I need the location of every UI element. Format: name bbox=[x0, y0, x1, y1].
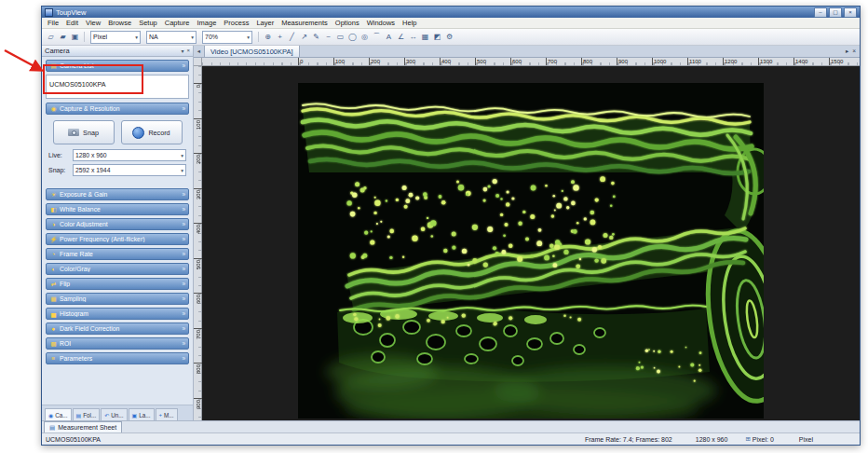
expand-arrow-icon[interactable]: » bbox=[182, 295, 185, 302]
panel-controls: ▾ × bbox=[181, 48, 190, 54]
section-dark-field-correction[interactable]: ● Dark Field Correction » bbox=[46, 323, 189, 335]
snap-resolution-select[interactable]: 2592 x 1944 ▾ bbox=[73, 164, 186, 176]
menu-item[interactable]: Windows bbox=[363, 19, 399, 27]
maximize-button[interactable]: ▢ bbox=[829, 7, 842, 18]
arc-tool-icon[interactable]: ⌒ bbox=[371, 31, 383, 43]
panel-close-icon[interactable]: × bbox=[186, 48, 190, 54]
section-white-balance[interactable]: ◧ White Balance » bbox=[46, 203, 189, 215]
menu-item[interactable]: Edit bbox=[62, 19, 82, 27]
menu-item[interactable]: View bbox=[82, 19, 104, 27]
chevron-down-icon[interactable]: ▾ bbox=[181, 153, 183, 158]
line-tool-icon[interactable]: ╱ bbox=[286, 31, 298, 43]
measurement-sheet-tab[interactable]: ▤ Measurement Sheet bbox=[44, 421, 122, 432]
section-roi[interactable]: ▩ ROI » bbox=[46, 337, 189, 350]
chevron-down-icon[interactable]: ▾ bbox=[247, 34, 250, 40]
side-tab-layer[interactable]: ▣ La... bbox=[129, 408, 155, 420]
save-icon[interactable]: ▣ bbox=[69, 31, 81, 43]
snap-button[interactable]: Snap bbox=[53, 120, 115, 144]
objective-combo[interactable]: NA ▾ bbox=[146, 31, 197, 44]
section-parameters[interactable]: ≡ Parameters » bbox=[46, 352, 189, 364]
window-title: ToupView bbox=[56, 8, 86, 17]
expand-arrow-icon[interactable]: » bbox=[182, 340, 185, 347]
side-tab-undo[interactable]: ↶ Un... bbox=[101, 408, 127, 420]
menu-item[interactable]: Options bbox=[332, 19, 363, 27]
section-label: ROI bbox=[60, 340, 182, 347]
pen-tool-icon[interactable]: ✎ bbox=[310, 31, 322, 43]
camera-list-box[interactable]: UCMOS05100KPA bbox=[46, 75, 189, 99]
side-tab-camera[interactable]: ◉ Ca... bbox=[45, 408, 72, 420]
panel-menu-icon[interactable]: ▾ bbox=[181, 48, 183, 54]
expand-arrow-icon[interactable]: » bbox=[182, 62, 185, 69]
section-color-gray[interactable]: ◐ Color/Gray » bbox=[46, 263, 189, 275]
minimize-button[interactable]: – bbox=[814, 7, 827, 18]
chevron-down-icon[interactable]: ▾ bbox=[135, 34, 138, 40]
rectangle-tool-icon[interactable]: ▭ bbox=[334, 31, 346, 43]
video-canvas[interactable] bbox=[298, 83, 764, 419]
expand-arrow-icon[interactable]: » bbox=[182, 355, 185, 362]
expand-arrow-icon[interactable]: » bbox=[182, 266, 185, 272]
curve-tool-icon[interactable]: ~ bbox=[322, 31, 334, 43]
text-tool-icon[interactable]: A bbox=[383, 31, 395, 43]
expand-arrow-icon[interactable]: » bbox=[182, 105, 185, 112]
section-histogram[interactable]: ▅ Histogram » bbox=[46, 308, 189, 320]
expand-arrow-icon[interactable]: » bbox=[182, 251, 185, 257]
chevron-down-icon[interactable]: ▾ bbox=[181, 168, 183, 173]
camera-list-label: Camera List bbox=[60, 62, 182, 69]
tab-scroll-left-icon[interactable]: ◂ bbox=[194, 48, 204, 55]
menu-item[interactable]: Help bbox=[399, 19, 420, 27]
new-icon[interactable]: ▱ bbox=[45, 31, 57, 43]
snap-resolution-label: Snap: bbox=[48, 167, 73, 173]
menu-item[interactable]: Layer bbox=[252, 19, 278, 27]
sidebar-tab-label: Ca... bbox=[55, 412, 67, 419]
circle-tool-icon[interactable]: ◎ bbox=[359, 31, 371, 43]
expand-arrow-icon[interactable]: » bbox=[182, 325, 185, 332]
tab-scroll-right-icon[interactable]: ▸ bbox=[846, 48, 848, 55]
camera-list-header[interactable]: ▤ Camera List » bbox=[46, 60, 189, 72]
live-resolution-select[interactable]: 1280 x 960 ▾ bbox=[73, 149, 186, 161]
expand-arrow-icon[interactable]: » bbox=[182, 191, 185, 198]
ruler-tool-icon[interactable]: ↔ bbox=[407, 31, 419, 43]
capture-resolution-header[interactable]: ◉ Capture & Resolution » bbox=[46, 103, 189, 115]
menu-item[interactable]: Process bbox=[220, 19, 252, 27]
menu-item[interactable]: Image bbox=[193, 19, 220, 27]
ruler-h-label: 400 bbox=[440, 58, 451, 66]
color-tool-icon[interactable]: ◩ bbox=[431, 31, 443, 43]
status-pixel-value: Pixel: 0 bbox=[753, 436, 774, 443]
menu-item[interactable]: Browse bbox=[104, 19, 135, 27]
select-tool-icon[interactable]: + bbox=[274, 31, 286, 43]
expand-arrow-icon[interactable]: » bbox=[182, 221, 185, 227]
section-sampling[interactable]: ▦ Sampling » bbox=[46, 293, 189, 305]
chevron-down-icon[interactable]: ▾ bbox=[191, 34, 194, 40]
angle-tool-icon[interactable]: ∠ bbox=[395, 31, 407, 43]
video-tab[interactable]: Video [UCMOS05100KPA] bbox=[204, 46, 300, 57]
record-button[interactable]: Record bbox=[121, 120, 183, 144]
arrow-tool-icon[interactable]: ↗ bbox=[298, 31, 310, 43]
menu-item[interactable]: Setup bbox=[135, 19, 161, 27]
side-tab-folders[interactable]: ▤ Fol... bbox=[73, 408, 101, 420]
zoom-combo[interactable]: 70% ▾ bbox=[202, 31, 252, 44]
side-tab-measure[interactable]: + M... bbox=[156, 408, 178, 420]
expand-arrow-icon[interactable]: » bbox=[182, 310, 185, 317]
expand-arrow-icon[interactable]: » bbox=[182, 281, 185, 287]
expand-arrow-icon[interactable]: » bbox=[182, 206, 185, 213]
section-exposure-gain[interactable]: ☀ Exposure & Gain » bbox=[46, 188, 189, 200]
menu-item[interactable]: File bbox=[44, 19, 62, 27]
tab-close-icon[interactable]: × bbox=[852, 48, 856, 55]
menu-item[interactable]: Capture bbox=[161, 19, 194, 27]
close-button[interactable]: × bbox=[844, 7, 857, 18]
expand-arrow-icon[interactable]: » bbox=[182, 236, 185, 242]
sidebar-tab-label: Un... bbox=[111, 412, 123, 419]
section-power-frequency[interactable]: ⚡ Power Frequency (Anti-flicker) » bbox=[46, 233, 189, 245]
camera-name[interactable]: UCMOS05100KPA bbox=[49, 80, 106, 89]
section-icon: ▩ bbox=[49, 340, 58, 348]
section-color-adjustment[interactable]: ◑ Color Adjustment » bbox=[46, 218, 189, 230]
unit-combo[interactable]: Pixel ▾ bbox=[90, 31, 141, 44]
open-icon[interactable]: ▰ bbox=[57, 31, 69, 43]
menu-item[interactable]: Measurements bbox=[278, 19, 332, 27]
section-frame-rate[interactable]: ◔ Frame Rate » bbox=[46, 248, 189, 260]
ellipse-tool-icon[interactable]: ◯ bbox=[346, 31, 359, 43]
settings-tool-icon[interactable]: ⚙ bbox=[443, 31, 455, 43]
grid-tool-icon[interactable]: ▦ bbox=[419, 31, 431, 43]
zoom-tool-icon[interactable]: ⊕ bbox=[262, 31, 274, 43]
section-flip[interactable]: ⇄ Flip » bbox=[46, 278, 189, 290]
